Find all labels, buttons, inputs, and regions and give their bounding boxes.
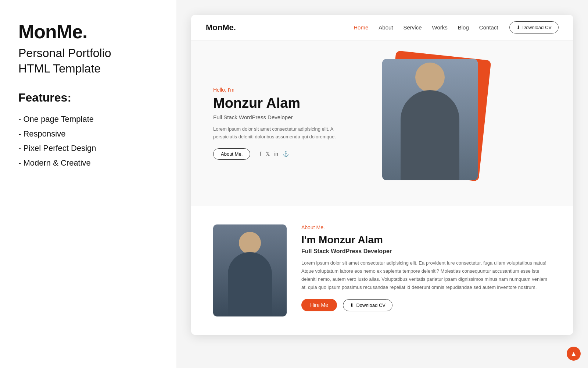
navbar-brand[interactable]: MonMe.: [206, 23, 236, 32]
hero-images: [353, 59, 492, 188]
hero-actions: About Me. f 𝕏 in ⚓: [213, 148, 353, 160]
feature-item-1: - One page Template: [18, 112, 158, 127]
person-silhouette: [382, 59, 478, 180]
left-brand-title: MonMe.: [18, 22, 158, 41]
left-panel: MonMe. Personal PortfolioHTML Template F…: [0, 0, 176, 368]
download-icon: ⬇: [516, 25, 520, 30]
nav-link-contact[interactable]: Contact: [479, 24, 498, 31]
hero-content: Hello, I'm Monzur Alam Full Stack WordPr…: [213, 87, 353, 159]
features-heading: Features:: [18, 91, 158, 105]
navbar-links: Home About Service Works Blog Contact: [354, 24, 498, 31]
linkedin-icon[interactable]: in: [274, 151, 278, 157]
left-subtitle: Personal PortfolioHTML Template: [18, 46, 158, 76]
twitter-icon[interactable]: 𝕏: [266, 151, 270, 157]
hero-section: Hello, I'm Monzur Alam Full Stack WordPr…: [191, 40, 573, 206]
feature-item-2: - Responsive: [18, 127, 158, 141]
nav-item-home[interactable]: Home: [354, 24, 368, 31]
nav-item-service[interactable]: Service: [404, 24, 422, 31]
nav-link-service[interactable]: Service: [404, 24, 422, 31]
hero-greeting: Hello, I'm: [213, 87, 353, 93]
hero-role: Full Stack WordPress Developer: [213, 114, 353, 120]
nav-item-works[interactable]: Works: [432, 24, 448, 31]
about-role: Full Stack WordPress Developer: [301, 248, 551, 255]
feature-item-3: - Pixel Perfect Design: [18, 141, 158, 156]
feature-item-4: - Modern & Creative: [18, 156, 158, 170]
hire-me-button[interactable]: Hire Me: [301, 299, 337, 311]
download-icon-2: ⬇: [350, 302, 354, 308]
portfolio-icon[interactable]: ⚓: [283, 151, 289, 157]
nav-link-works[interactable]: Works: [432, 24, 448, 31]
about-label: About Me.: [301, 224, 551, 230]
about-name: I'm Monzur Alam: [301, 234, 551, 246]
scroll-top-button[interactable]: ▲: [567, 347, 581, 361]
nav-item-contact[interactable]: Contact: [479, 24, 498, 31]
navbar: MonMe. Home About Service Works Blog Con…: [191, 15, 573, 40]
about-content: About Me. I'm Monzur Alam Full Stack Wor…: [301, 224, 551, 311]
nav-link-home[interactable]: Home: [354, 24, 368, 31]
navbar-download-cv-label: Download CV: [523, 25, 552, 30]
about-section: About Me. I'm Monzur Alam Full Stack Wor…: [191, 206, 573, 335]
about-description: Lorem ipsum dolor sit amet consectetur a…: [301, 259, 551, 291]
nav-link-about[interactable]: About: [379, 24, 393, 31]
hero-name: Monzur Alam: [213, 96, 353, 111]
hero-photo: [382, 59, 478, 180]
browser-mock: MonMe. Home About Service Works Blog Con…: [191, 15, 573, 335]
about-download-cv-label: Download CV: [356, 302, 386, 308]
navbar-download-cv-button[interactable]: ⬇ Download CV: [509, 21, 559, 33]
hero-description: Lorem ipsum dolor sit amet consectetur a…: [213, 125, 353, 141]
social-icons: f 𝕏 in ⚓: [260, 151, 289, 157]
nav-item-about[interactable]: About: [379, 24, 393, 31]
about-download-cv-button[interactable]: ⬇ Download CV: [343, 299, 392, 311]
right-panel: MonMe. Home About Service Works Blog Con…: [176, 0, 588, 368]
about-photo: [213, 224, 287, 316]
chevron-up-icon: ▲: [570, 350, 577, 358]
nav-link-blog[interactable]: Blog: [458, 24, 469, 31]
about-me-button[interactable]: About Me.: [213, 148, 250, 160]
facebook-icon[interactable]: f: [260, 151, 261, 157]
nav-item-blog[interactable]: Blog: [458, 24, 469, 31]
